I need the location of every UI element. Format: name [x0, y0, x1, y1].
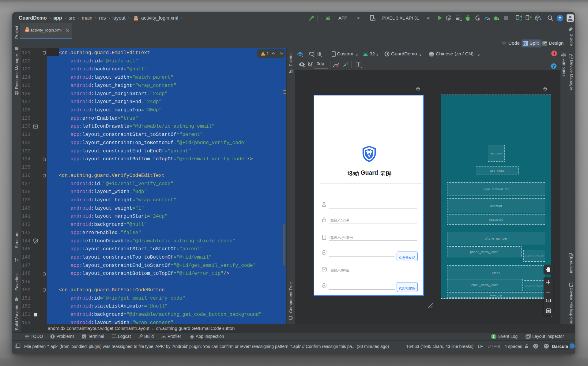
svg-text:<>: <> [26, 29, 29, 32]
svg-text:A: A [448, 17, 450, 21]
svg-text:<>: <> [134, 18, 138, 21]
